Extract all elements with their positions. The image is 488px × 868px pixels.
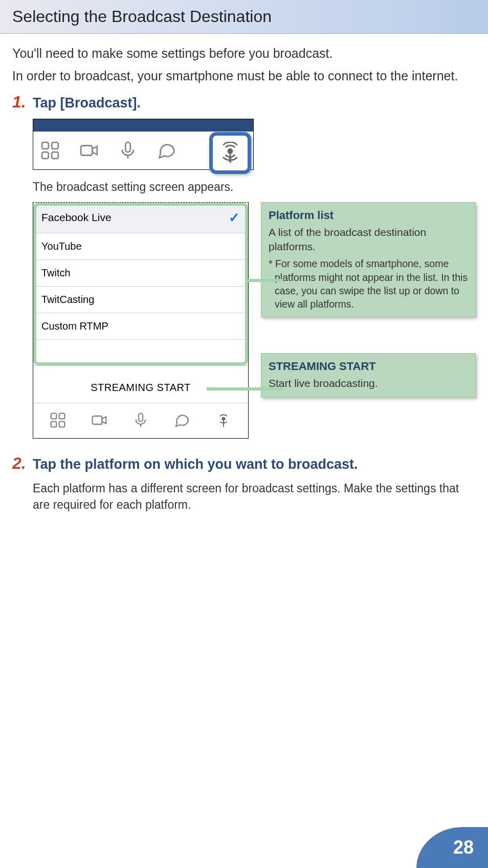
platform-row-youtube[interactable]: YouTube <box>33 233 248 260</box>
intro-line-1: You'll need to make some settings before… <box>12 44 476 62</box>
page-number: 28 <box>453 837 474 858</box>
platform-label: YouTube <box>41 241 82 252</box>
callout-title: STREAMING START <box>269 360 468 373</box>
connector-line <box>248 279 283 282</box>
camera-icon <box>76 138 102 163</box>
svg-rect-0 <box>42 142 49 149</box>
connector-line <box>207 387 283 390</box>
svg-rect-1 <box>52 142 58 149</box>
platform-label: Twitch <box>41 267 71 279</box>
callout-platform-list: Platform list A list of the broadcast de… <box>261 202 476 318</box>
checkmark-icon: ✓ <box>229 210 240 226</box>
grid-icon <box>37 138 63 163</box>
platform-row-twitcasting[interactable]: TwitCasting <box>33 287 248 313</box>
svg-rect-2 <box>42 152 49 159</box>
step-2-number: 2. <box>12 454 28 473</box>
intro-line-2: In order to broadcast, your smartphone m… <box>12 67 476 85</box>
grid-icon[interactable] <box>45 407 71 433</box>
svg-point-16 <box>222 417 225 420</box>
step-2: 2. Tap the platform on which you want to… <box>12 454 476 513</box>
svg-rect-5 <box>125 142 130 152</box>
svg-rect-3 <box>52 152 58 159</box>
chat-icon <box>154 138 180 163</box>
toolbar-screenshot <box>33 119 254 170</box>
callout-text: Start live broadcasting. <box>269 376 468 390</box>
svg-rect-14 <box>139 413 143 421</box>
svg-rect-13 <box>93 416 102 424</box>
svg-rect-9 <box>51 413 57 419</box>
svg-rect-4 <box>81 145 92 155</box>
step-1-title: Tap [Broadcast]. <box>33 95 141 111</box>
svg-rect-10 <box>59 413 65 419</box>
broadcast-settings-screenshot: Facebook Live ✓ YouTube Twitch TwitCasti… <box>33 202 249 439</box>
chat-icon[interactable] <box>169 407 195 433</box>
platform-label: Custom RTMP <box>41 320 108 332</box>
callout-title: Platform list <box>269 209 468 222</box>
step-2-title: Tap the platform on which you want to br… <box>33 457 358 472</box>
platform-row-custom-rtmp[interactable]: Custom RTMP <box>33 313 248 340</box>
platform-row-facebook[interactable]: Facebook Live ✓ <box>33 203 248 233</box>
callout-streaming-start: STREAMING START Start live broadcasting. <box>261 353 476 397</box>
mic-icon <box>115 138 141 163</box>
svg-rect-12 <box>59 421 65 427</box>
broadcast-icon[interactable] <box>211 407 236 433</box>
broadcast-icon-highlight[interactable] <box>209 132 251 174</box>
page-number-badge: 28 <box>416 827 488 868</box>
bottom-toolbar <box>33 403 248 438</box>
platform-label: TwitCasting <box>41 294 94 306</box>
svg-rect-11 <box>51 421 57 427</box>
page-title: Selecting the Broadcast Destination <box>12 7 272 26</box>
page-title-bar: Selecting the Broadcast Destination <box>0 0 488 34</box>
step-2-description: Each platform has a different screen for… <box>33 480 476 513</box>
platform-label: Facebook Live <box>41 211 112 224</box>
mic-icon[interactable] <box>128 407 153 433</box>
platform-list[interactable]: Facebook Live ✓ YouTube Twitch TwitCasti… <box>33 203 248 340</box>
callout-note: * For some models of smartphone, some pl… <box>269 257 468 311</box>
callout-text: A list of the broadcast destination plat… <box>269 225 468 254</box>
svg-point-7 <box>228 149 232 153</box>
step-1-caption: The broadcast setting screen appears. <box>33 180 476 194</box>
step-1-number: 1. <box>12 93 28 112</box>
platform-row-twitch[interactable]: Twitch <box>33 260 248 287</box>
step-1: 1. Tap [Broadcast]. <box>12 93 476 439</box>
camera-icon[interactable] <box>86 407 112 433</box>
